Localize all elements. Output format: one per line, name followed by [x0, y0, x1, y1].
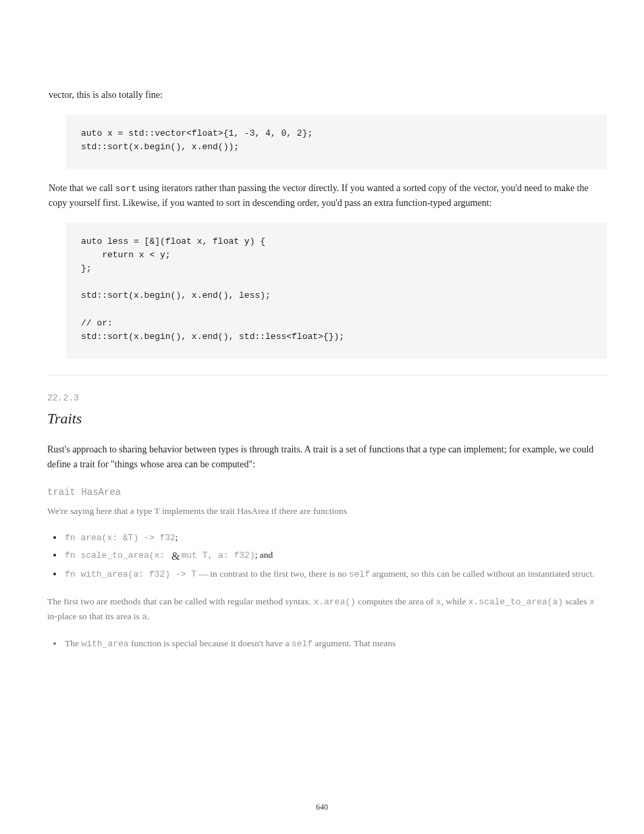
bullet-text-3a: — in contrast to the first two, there is… [196, 569, 349, 579]
subheading-trait: trait HasArea [47, 486, 607, 500]
explain-code-1: x.area() [313, 597, 355, 607]
between-pre: Note that we call [49, 183, 115, 193]
bullet-text-1: ; [176, 532, 178, 542]
bullet-code-3: fn with_area(a: f32) -> T [65, 569, 196, 579]
traits-paragraph: Rust's approach to sharing behavior betw… [47, 442, 607, 471]
bullet-text-2: ; and [255, 550, 273, 560]
bullet-code-2b: mut T, a: f32) [181, 550, 254, 561]
explain-mid1: computes the area of [356, 596, 436, 606]
bullet-code-1: fn area(x: &T) -> f32 [65, 533, 176, 543]
bullet-list: fn area(x: &T) -> f32; fn scale_to_area(… [47, 529, 607, 583]
explain-code-5: a [142, 612, 147, 622]
explain-mid3: scales [563, 596, 589, 606]
explain-bullet-item: The with_area function is special becaus… [63, 635, 607, 652]
bullet-text-3b: argument, so this can be called without … [370, 569, 595, 579]
explain-bullet-post: argument. That means [313, 638, 396, 648]
code-block-1: auto x = std::vector<float>{1, -3, 4, 0,… [66, 115, 607, 169]
explain-pre: The first two are methods that can be ca… [47, 596, 313, 606]
between-code: sort [115, 184, 136, 194]
bullet-item-1: fn area(x: &T) -> f32; [63, 529, 607, 546]
section-title: Traits [47, 407, 607, 430]
explain-mid4: in-place so that its area is [47, 611, 142, 621]
section-heading: 22.2.3 Traits [47, 392, 607, 430]
page-number: 640 [0, 801, 644, 814]
explain-bullet-mid: function is special because it doesn't h… [129, 638, 292, 648]
explain-paragraph: The first two are methods that can be ca… [47, 594, 607, 625]
section-number: 22.2.3 [47, 392, 607, 405]
explain-post: . [147, 611, 149, 621]
explain-bullet-list: The with_area function is special becaus… [47, 635, 607, 652]
code-block-2: auto less = [&](float x, float y) { retu… [66, 223, 607, 359]
amp-glyph-icon: & [171, 546, 180, 567]
explain-code-3: x.scale_to_area(a) [468, 597, 563, 607]
explain-lead: We're saying here that a type T implemen… [47, 504, 607, 519]
between-paragraph: Note that we call sort using iterators r… [49, 181, 607, 211]
explain-mid2: , while [441, 596, 468, 606]
bullet-item-2: fn scale_to_area(x: &mut T, a: f32); and [63, 546, 607, 567]
bullet-code-2a: fn scale_to_area(x: [65, 550, 170, 561]
explain-bullet-code1: with_area [81, 639, 128, 649]
explain-bullet-code2: self [292, 639, 313, 649]
bullet-code-3b: self [349, 569, 370, 579]
explain-code-4: x [589, 597, 595, 607]
section-divider [47, 375, 607, 375]
intro-text: vector, this is also totally fine: [49, 88, 607, 103]
explain-bullet-pre: The [65, 638, 81, 648]
bullet-item-3: fn with_area(a: f32) -> T — in contrast … [63, 566, 607, 583]
